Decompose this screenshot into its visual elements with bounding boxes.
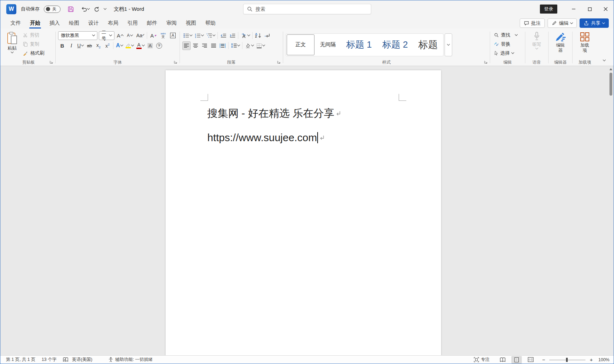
underline-button[interactable]: U: [76, 41, 85, 50]
zoom-slider-thumb[interactable]: [566, 358, 568, 362]
find-button[interactable]: 查找: [493, 31, 519, 39]
document-line-2-text[interactable]: https://www.suujee.com: [207, 131, 317, 145]
tab-draw[interactable]: 绘图: [64, 18, 84, 29]
tab-help[interactable]: 帮助: [201, 18, 220, 29]
scroll-up-arrow[interactable]: [609, 68, 612, 70]
strikethrough-button[interactable]: ab: [85, 41, 94, 50]
tab-mailings[interactable]: 邮件: [142, 18, 162, 29]
scrollbar-thumb[interactable]: [609, 73, 612, 96]
share-button[interactable]: 共享: [580, 18, 609, 28]
document-line-2[interactable]: https://www.suujee.com: [207, 131, 341, 145]
shading-button[interactable]: [244, 41, 255, 50]
editing-mode-button[interactable]: 编辑: [548, 18, 577, 28]
undo-button[interactable]: [79, 3, 91, 15]
document-line-1[interactable]: 搜集网 - 好在精选 乐在分享: [207, 106, 341, 120]
bullet-list-button[interactable]: [182, 31, 193, 40]
tab-review[interactable]: 审阅: [162, 18, 181, 29]
search-box[interactable]: [243, 4, 371, 14]
search-input[interactable]: [256, 6, 367, 12]
copy-button[interactable]: 复制: [22, 40, 46, 48]
minimize-button[interactable]: [566, 0, 582, 18]
focus-mode-button[interactable]: 专注: [471, 356, 493, 364]
change-case-button[interactable]: Aa: [135, 31, 145, 40]
tab-home[interactable]: 开始: [25, 18, 45, 29]
cut-button[interactable]: 剪切: [22, 31, 46, 39]
clear-formatting-button[interactable]: A: [149, 31, 158, 40]
sort-button[interactable]: AZ: [254, 31, 262, 40]
paste-button[interactable]: 粘贴: [4, 31, 20, 54]
style-normal[interactable]: 正文: [287, 34, 314, 55]
align-left-button[interactable]: [182, 41, 191, 50]
select-button[interactable]: 选择: [493, 49, 519, 57]
editor-button[interactable]: 编辑器: [552, 31, 569, 54]
numbered-list-button[interactable]: [194, 31, 205, 40]
font-color-button[interactable]: A: [135, 41, 145, 50]
tab-layout[interactable]: 布局: [103, 18, 123, 29]
align-center-button[interactable]: [191, 41, 200, 50]
clipboard-dialog-launcher[interactable]: [49, 60, 54, 64]
ribbon-collapse-button[interactable]: [600, 57, 608, 64]
page-indicator[interactable]: 第 1 页, 共 1 页: [5, 356, 39, 364]
paragraph-dialog-launcher[interactable]: [277, 60, 281, 64]
document-page[interactable]: 搜集网 - 好在精选 乐在分享 https://www.suujee.com: [166, 70, 441, 355]
superscript-button[interactable]: x2: [103, 41, 112, 50]
character-shading-button[interactable]: A: [146, 41, 154, 50]
save-button[interactable]: [65, 3, 76, 15]
multilevel-list-button[interactable]: [205, 31, 216, 40]
text-effects-button[interactable]: A: [115, 41, 124, 50]
zoom-out-button[interactable]: −: [541, 357, 547, 363]
subscript-button[interactable]: x2: [94, 41, 103, 50]
format-painter-button[interactable]: 格式刷: [22, 49, 46, 57]
redo-button[interactable]: [91, 3, 102, 15]
line-spacing-button[interactable]: [230, 41, 241, 50]
word-app-icon[interactable]: W: [6, 4, 16, 14]
undo-dropdown-icon[interactable]: [87, 7, 90, 10]
font-dialog-launcher[interactable]: [174, 60, 178, 64]
style-title[interactable]: 标题: [413, 34, 442, 55]
tab-insert[interactable]: 插入: [45, 18, 64, 29]
character-border-button[interactable]: A: [169, 31, 177, 40]
font-name-combo[interactable]: 微软雅黑: [58, 31, 97, 40]
style-heading2[interactable]: 标题 2: [377, 34, 413, 55]
distributed-button[interactable]: [218, 41, 227, 50]
sign-in-button[interactable]: 登录: [540, 5, 557, 14]
tab-view[interactable]: 视图: [181, 18, 201, 29]
document-line-1-text[interactable]: 搜集网 - 好在精选 乐在分享: [207, 106, 334, 120]
print-layout-button[interactable]: [511, 356, 522, 364]
quick-access-more-button[interactable]: [102, 3, 108, 15]
decrease-indent-button[interactable]: [219, 31, 228, 40]
grow-font-button[interactable]: A: [116, 31, 124, 40]
style-heading1[interactable]: 标题 1: [341, 34, 377, 55]
show-hide-marks-button[interactable]: [263, 31, 271, 40]
comments-button[interactable]: 批注: [520, 18, 545, 28]
shrink-font-button[interactable]: A: [126, 31, 134, 40]
maximize-button[interactable]: [582, 0, 598, 18]
autosave-toggle[interactable]: 关: [44, 6, 61, 13]
dictate-button[interactable]: 听写: [530, 31, 544, 50]
addins-button[interactable]: 加载项: [576, 31, 593, 54]
tab-file[interactable]: 文件: [6, 18, 25, 29]
borders-button[interactable]: [255, 41, 266, 50]
replace-button[interactable]: 替换: [493, 40, 519, 48]
web-layout-button[interactable]: [525, 356, 536, 364]
zoom-level[interactable]: 100%: [594, 357, 609, 362]
tab-design[interactable]: 设计: [84, 18, 103, 29]
language-indicator[interactable]: 英语(美国): [69, 356, 95, 364]
read-mode-button[interactable]: [497, 356, 508, 364]
word-count[interactable]: 13 个字: [39, 356, 59, 364]
styles-gallery-more-button[interactable]: [445, 33, 452, 56]
close-button[interactable]: [598, 0, 614, 18]
asian-layout-button[interactable]: [240, 31, 251, 40]
italic-button[interactable]: I: [67, 41, 75, 50]
zoom-slider[interactable]: [549, 357, 585, 362]
vertical-scrollbar[interactable]: [608, 66, 614, 355]
style-no-spacing[interactable]: 无间隔: [315, 34, 341, 55]
font-size-combo[interactable]: 二号: [99, 31, 114, 40]
justify-button[interactable]: [209, 41, 218, 50]
styles-dialog-launcher[interactable]: [484, 60, 488, 64]
text-highlight-button[interactable]: [125, 41, 135, 50]
zoom-in-button[interactable]: +: [588, 357, 594, 363]
enclose-characters-button[interactable]: 字: [155, 41, 164, 50]
document-text[interactable]: 搜集网 - 好在精选 乐在分享 https://www.suujee.com: [207, 106, 341, 145]
phonetic-guide-button[interactable]: wén文: [159, 31, 167, 40]
